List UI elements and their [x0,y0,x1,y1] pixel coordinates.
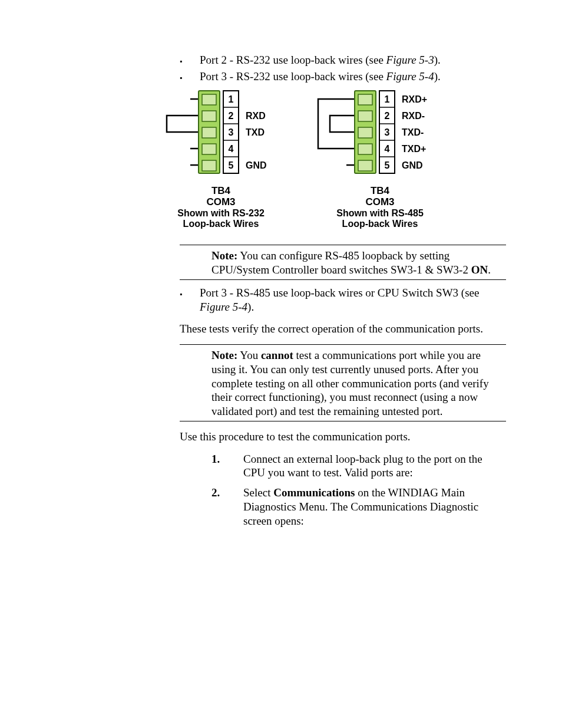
note-cannot-test: Note: You cannot test a communications p… [180,345,506,421]
bullet-icon: ▪ [180,71,200,83]
step-1: 1. Connect an external loop-back plug to… [211,452,506,480]
svg-text:RXD+: RXD+ [402,94,427,104]
svg-rect-9 [202,144,216,154]
step-body: Select Communications on the WINDIAG Mai… [243,486,506,528]
menu-item-communications: Communications [273,486,355,499]
note-label: Note: [211,249,237,262]
svg-text:5: 5 [229,160,234,170]
page: ▪ Port 2 - RS-232 use loop-back wires (s… [0,0,562,557]
svg-text:TXD: TXD [246,127,265,137]
bullet-port3: ▪ Port 3 - RS-232 use loop-back wires (s… [180,70,506,84]
svg-text:TXD+: TXD+ [402,144,426,154]
svg-rect-8 [202,127,216,138]
svg-rect-31 [358,111,372,121]
bullet-text: Port 3 - RS-232 use loop-back wires (see… [200,70,506,84]
note-label: Note: [211,349,237,361]
svg-text:TXD-: TXD- [402,127,424,137]
svg-rect-6 [202,94,216,105]
rs485-diagram: 1 2 3 4 5 RXD+ RXD- TXD- TXD+ GND [312,87,448,182]
figure-ref: Figure 5-4 [200,301,247,313]
bullet-text: Port 3 - RS-485 use loop-back wires or C… [200,286,506,314]
svg-text:5: 5 [385,160,390,170]
svg-rect-32 [358,127,372,138]
svg-text:2: 2 [229,111,234,121]
svg-text:4: 4 [385,144,390,154]
note-rs485-switch: Note: You can configure RS-485 loopback … [180,245,506,279]
bullet-port2: ▪ Port 2 - RS-232 use loop-back wires (s… [180,53,506,67]
figure-ref: Figure 5-3 [386,54,434,66]
svg-text:4: 4 [229,144,234,154]
divider [180,421,506,421]
svg-text:RXD-: RXD- [402,111,425,121]
svg-text:GND: GND [402,160,423,170]
rs232-diagram: 1 2 3 4 5 RXD TXD GND [162,87,280,182]
svg-text:3: 3 [385,127,390,137]
svg-rect-30 [358,94,372,105]
figure-caption: TB4 COM3 Shown with RS-232 Loop-back Wir… [156,185,286,230]
step-2: 2. Select Communications on the WINDIAG … [211,486,506,528]
svg-text:GND: GND [246,160,267,170]
svg-text:RXD: RXD [246,111,266,121]
figure-rs485: 1 2 3 4 5 RXD+ RXD- TXD- TXD+ GND TB4 CO… [309,87,451,230]
svg-text:1: 1 [385,94,390,104]
intro-text: These tests verify the correct operation… [180,322,506,336]
step-body: Connect an external loop-back plug to th… [243,452,506,480]
cannot-word: cannot [261,349,293,361]
svg-text:3: 3 [229,127,234,137]
svg-text:2: 2 [385,111,390,121]
svg-text:1: 1 [229,94,234,104]
bullet-icon: ▪ [180,288,200,299]
procedure-intro: Use this procedure to test the communica… [180,430,506,444]
switch-on-value: ON [471,263,488,276]
bullet-text: Port 2 - RS-232 use loop-back wires (see… [200,53,506,67]
svg-rect-34 [358,160,372,171]
divider [180,279,506,280]
bullet-port3-rs485: ▪ Port 3 - RS-485 use loop-back wires or… [180,286,506,314]
figure-ref: Figure 5-4 [386,70,434,83]
step-number: 2. [211,486,233,528]
bullet-icon: ▪ [180,55,200,66]
body-column: ▪ Port 2 - RS-232 use loop-back wires (s… [180,53,506,528]
svg-rect-33 [358,144,372,154]
figure-rs232: 1 2 3 4 5 RXD TXD GND TB4 COM3 Shown wit… [156,87,286,230]
figure-row: 1 2 3 4 5 RXD TXD GND TB4 COM3 Shown wit… [156,87,506,230]
svg-rect-7 [202,111,216,121]
svg-rect-10 [202,160,216,171]
figure-caption: TB4 COM3 Shown with RS-485 Loop-back Wir… [309,185,451,230]
step-number: 1. [211,452,233,480]
